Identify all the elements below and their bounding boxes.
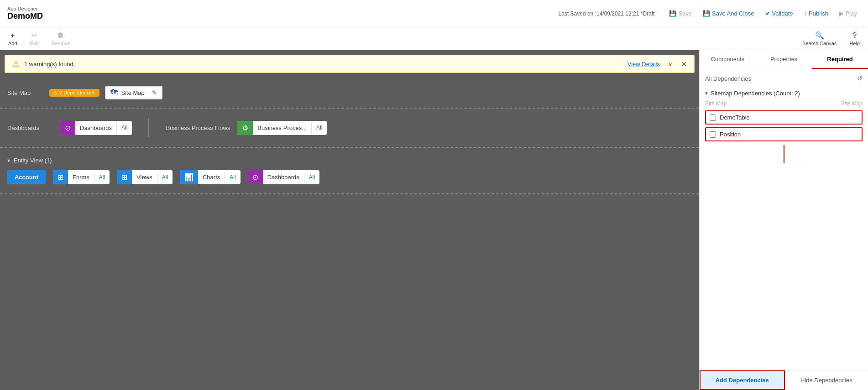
dependencies-badge: ⚠ 2 Dependencies	[49, 89, 99, 97]
dep-item-position[interactable]: Position	[705, 127, 863, 141]
divider-1	[705, 86, 863, 86]
site-map-name: Site Map	[121, 89, 145, 96]
account-button[interactable]: Account	[7, 170, 46, 184]
add-toolbar-item[interactable]: + Add	[5, 30, 20, 48]
entity-view-header[interactable]: ▾ Entity View (1)	[7, 152, 692, 166]
dashboards-row: Dashboards ⊙ Dashboards All Business Pro…	[7, 113, 692, 142]
tab-components[interactable]: Components	[700, 50, 756, 69]
section-divider	[148, 119, 149, 137]
views-pill-all[interactable]: All	[157, 172, 173, 183]
dashboards-pill[interactable]: ⊙ Dashboards All	[60, 121, 132, 135]
all-dependencies-header: All Dependencies ↺	[705, 75, 863, 82]
dep-item-demotable-checkbox[interactable]	[710, 114, 716, 121]
play-icon: ▶	[839, 10, 844, 17]
dashboards-pill-label: Dashboards	[75, 122, 116, 134]
forms-pill-icon: ⊞	[53, 170, 68, 184]
forms-pill-label: Forms	[68, 171, 94, 183]
entity-row: Account ⊞ Forms All ⊞ Views All 📊 Charts…	[7, 166, 692, 189]
sitemap-deps-label: Sitemap Dependencies (Count: 2)	[711, 90, 800, 97]
save-icon: 💾	[669, 10, 676, 17]
save-close-icon: 💾	[703, 10, 710, 17]
panel-body: All Dependencies ↺ ▾ Sitemap Dependencie…	[700, 69, 868, 370]
panel-footer: Add Dependencies Hide Dependencies	[700, 370, 868, 390]
all-dependencies-label: All Dependencies	[705, 75, 751, 82]
warning-text: 1 warning(s) found.	[24, 61, 75, 68]
last-saved-text: Last Saved on :14/09/2021 12:21 *Draft	[559, 10, 655, 17]
dep-item-demotable[interactable]: DemoTable	[705, 110, 863, 125]
warning-banner: ⚠ 1 warning(s) found. View Details ∨ ✕	[5, 55, 695, 73]
dep-item-position-checkbox[interactable]	[710, 131, 716, 138]
dashboards-label: Dashboards	[7, 125, 53, 131]
remove-toolbar-item[interactable]: 🗑 Remove	[49, 30, 73, 48]
entity-dashboards-pill[interactable]: ⊙ Dashboards All	[248, 170, 319, 184]
publish-button[interactable]: ↑ Publish	[800, 8, 832, 19]
bpf-pill-icon: ⚙	[237, 121, 253, 135]
site-map-box[interactable]: 🗺 Site Map ✎	[105, 86, 162, 99]
main-layout: ⚠ 1 warning(s) found. View Details ∨ ✕ S…	[0, 50, 868, 390]
sitemap-deps-header[interactable]: ▾ Sitemap Dependencies (Count: 2)	[705, 90, 863, 97]
forms-pill[interactable]: ⊞ Forms All	[53, 170, 110, 184]
search-canvas-button[interactable]: 🔍 Search Canvas	[800, 29, 839, 48]
views-pill-icon: ⊞	[117, 170, 132, 184]
top-bar-right: Last Saved on :14/09/2021 12:21 *Draft 💾…	[559, 8, 861, 19]
sitemap-section: Site Map ⚠ 2 Dependencies 🗺 Site Map ✎	[0, 78, 699, 109]
toolbar: + Add ✏ Edit 🗑 Remove 🔍 Search Canvas ? …	[0, 27, 868, 50]
save-and-close-button[interactable]: 💾 Save And Close	[699, 8, 758, 19]
dep-item-demotable-label: DemoTable	[720, 114, 750, 121]
tab-properties[interactable]: Properties	[756, 50, 812, 69]
toolbar-right: 🔍 Search Canvas ? Help	[800, 29, 863, 48]
top-bar-actions: 💾 Save 💾 Save And Close ✔ Validate ↑ Pub…	[665, 8, 861, 19]
views-pill-label: Views	[132, 171, 157, 183]
search-icon: 🔍	[815, 31, 824, 40]
right-panel: Components Properties Required All Depen…	[699, 50, 868, 390]
help-icon: ?	[852, 31, 857, 40]
sitemap-deps-chevron-icon: ▾	[705, 90, 708, 96]
edit-toolbar-item[interactable]: ✏ Edit	[27, 29, 42, 48]
sitemap-label: Site Map	[7, 89, 44, 96]
entity-dashboards-pill-all[interactable]: All	[304, 172, 319, 183]
site-map-type-label: Site Map	[841, 100, 863, 107]
help-button[interactable]: ? Help	[847, 30, 863, 48]
views-pill[interactable]: ⊞ Views All	[117, 170, 173, 184]
entity-view-label: Entity View (1)	[14, 157, 52, 164]
entity-view-section: ▾ Entity View (1) Account ⊞ Forms All ⊞ …	[0, 148, 699, 194]
bpf-pill-all[interactable]: All	[311, 122, 327, 134]
charts-pill-icon: 📊	[180, 170, 198, 184]
canvas-area[interactable]: ⚠ 1 warning(s) found. View Details ∨ ✕ S…	[0, 50, 699, 390]
sitemap-row: Site Map ⚠ 2 Dependencies 🗺 Site Map ✎	[7, 82, 692, 103]
publish-icon: ↑	[804, 10, 807, 17]
entity-view-chevron-icon: ▾	[7, 157, 10, 164]
app-designer-label: App Designer	[7, 6, 43, 11]
bpf-label: Business Process Flows	[166, 125, 230, 131]
forms-pill-all[interactable]: All	[94, 172, 110, 183]
charts-pill[interactable]: 📊 Charts All	[180, 170, 241, 184]
site-map-section-label: Site Map	[705, 100, 727, 107]
refresh-icon[interactable]: ↺	[857, 75, 863, 82]
charts-pill-all[interactable]: All	[225, 172, 240, 183]
add-dependencies-button[interactable]: Add Dependencies	[700, 370, 785, 390]
dep-item-position-label: Position	[720, 131, 741, 138]
warning-chevron-icon: ∨	[668, 61, 673, 68]
top-bar: App Designer DemoMD Last Saved on :14/09…	[0, 0, 868, 27]
entity-dashboards-pill-label: Dashboards	[263, 171, 304, 183]
save-button[interactable]: 💾 Save	[665, 8, 695, 19]
entity-dashboards-pill-icon: ⊙	[248, 170, 263, 184]
dashboards-pill-all[interactable]: All	[116, 122, 132, 134]
site-map-icon: 🗺	[110, 88, 118, 97]
view-details-link[interactable]: View Details	[627, 61, 660, 68]
dep-badge-warn-icon: ⚠	[53, 90, 58, 96]
remove-icon: 🗑	[57, 31, 64, 40]
charts-pill-label: Charts	[198, 171, 225, 183]
hide-dependencies-button[interactable]: Hide Dependencies	[785, 370, 868, 390]
bpf-pill-label: Business Proces...	[253, 122, 311, 134]
tab-required[interactable]: Required	[812, 50, 868, 69]
site-map-edit-icon[interactable]: ✎	[152, 89, 157, 96]
play-button[interactable]: ▶ Play	[836, 8, 861, 19]
validate-icon: ✔	[765, 10, 770, 17]
validate-button[interactable]: ✔ Validate	[762, 8, 797, 19]
cursor-line	[784, 145, 784, 163]
bpf-pill[interactable]: ⚙ Business Proces... All	[237, 121, 327, 135]
edit-icon: ✏	[31, 31, 37, 40]
panel-tabs: Components Properties Required	[700, 50, 868, 69]
warning-close-button[interactable]: ✕	[681, 60, 687, 68]
